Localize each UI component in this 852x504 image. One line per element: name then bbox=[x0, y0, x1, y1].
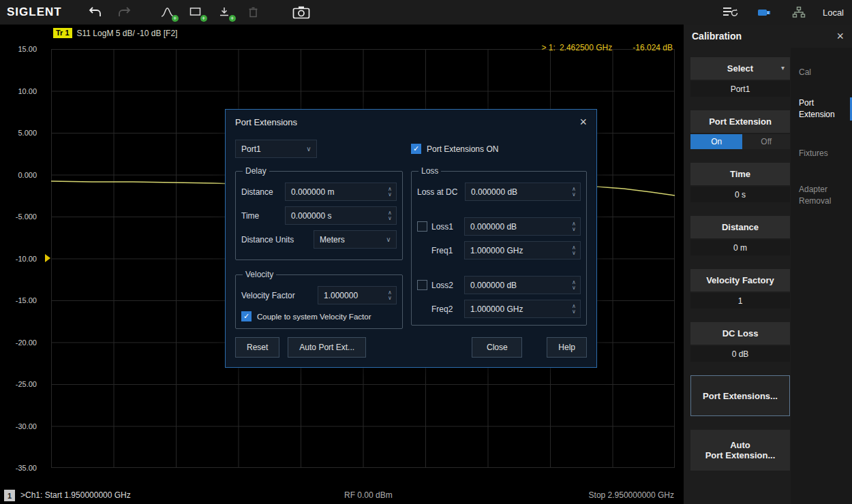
add-window-icon[interactable] bbox=[186, 3, 207, 21]
port-extension-toggle: On Off bbox=[690, 134, 790, 149]
spinner-down-icon[interactable] bbox=[388, 296, 392, 301]
select-label: Select bbox=[727, 63, 753, 74]
port-extensions-on-checkbox[interactable] bbox=[411, 144, 421, 154]
tab-adapter-removal[interactable]: Adapter Removal bbox=[791, 184, 852, 207]
spinner bbox=[568, 187, 580, 198]
loss2-checkbox[interactable] bbox=[417, 280, 427, 290]
panel-close-icon[interactable] bbox=[836, 30, 844, 42]
port-extension-label: Port Extension bbox=[690, 110, 790, 133]
time-value[interactable]: 0 s bbox=[690, 187, 790, 202]
spinner-down-icon[interactable] bbox=[572, 192, 576, 198]
y-tick: -25.00 bbox=[5, 379, 37, 390]
select-value[interactable]: Port1 bbox=[690, 81, 790, 97]
calibration-menu: Select Port1 Port Extension On Off Time … bbox=[690, 57, 790, 471]
spinner-down-icon[interactable] bbox=[572, 309, 576, 315]
freq1-label: Freq1 bbox=[431, 246, 460, 255]
distance-units-value: Meters bbox=[314, 235, 381, 245]
port-select-value: Port1 bbox=[236, 144, 301, 154]
toggle-off-button[interactable]: Off bbox=[742, 134, 790, 149]
auto-port-ext-button[interactable]: Auto Port Ext... bbox=[288, 337, 366, 358]
port-extensions-dialog: Port Extensions Port1 Delay Distance 0.0… bbox=[225, 109, 597, 368]
loss-at-dc-input[interactable]: 0.000000 dB bbox=[465, 183, 581, 201]
local-button[interactable]: Local bbox=[823, 7, 844, 18]
loss2-input[interactable]: 0.000000 dB bbox=[464, 276, 581, 294]
spinner-down-icon[interactable] bbox=[388, 216, 392, 221]
tab-cal[interactable]: Cal bbox=[791, 67, 852, 78]
redo-icon[interactable] bbox=[114, 3, 134, 21]
usb-icon[interactable] bbox=[755, 3, 775, 21]
distance-label: Distance bbox=[241, 187, 281, 197]
time-input[interactable]: 0.000000 s bbox=[285, 206, 397, 225]
port-extensions-dialog-button[interactable]: Port Extensions... bbox=[690, 375, 790, 416]
loss1-input[interactable]: 0.000000 dB bbox=[464, 217, 581, 236]
distance-value[interactable]: 0 m bbox=[690, 240, 790, 255]
spinner-down-icon[interactable] bbox=[572, 285, 576, 291]
dialog-close-icon[interactable] bbox=[579, 116, 587, 128]
trace-badge[interactable]: Tr 1 bbox=[53, 28, 72, 38]
y-tick: -10.00 bbox=[5, 253, 37, 264]
dc-loss-button[interactable]: DC Loss bbox=[690, 322, 790, 345]
select-button[interactable]: Select bbox=[690, 57, 790, 80]
couple-checkbox[interactable] bbox=[241, 311, 252, 321]
loss-groupbox: Loss Loss at DC 0.000000 dB Loss1 0 bbox=[411, 166, 587, 326]
chevron-down-icon bbox=[301, 145, 316, 153]
spinner-down-icon[interactable] bbox=[572, 251, 576, 256]
distance-input[interactable]: 0.000000 m bbox=[285, 183, 397, 201]
auto-port-extension-button[interactable]: Auto Port Extension... bbox=[690, 430, 790, 471]
tab-port-extension[interactable]: Port Extension bbox=[791, 97, 852, 121]
distance-units-label: Distance Units bbox=[241, 235, 294, 245]
tab-fixtures[interactable]: Fixtures bbox=[791, 148, 852, 159]
dc-loss-value[interactable]: 0 dB bbox=[690, 346, 790, 362]
camera-icon[interactable] bbox=[291, 3, 311, 21]
toggle-on-button[interactable]: On bbox=[690, 134, 742, 149]
calibration-panel: Calibration Select Port1 Port Extension … bbox=[684, 25, 852, 504]
save-trace-icon[interactable] bbox=[215, 3, 235, 21]
marker-value: -16.024 dB bbox=[633, 43, 673, 52]
marker-readout: > 1:2.462500 GHz-16.024 dB bbox=[542, 43, 673, 52]
freq1-input[interactable]: 1.000000 GHz bbox=[464, 241, 581, 259]
loss1-checkbox[interactable] bbox=[417, 221, 427, 232]
auto-button-line1: Auto bbox=[730, 440, 750, 450]
distance-units-dropdown[interactable]: Meters bbox=[314, 230, 397, 249]
velocity-groupbox: Velocity Velocity Factor 1.000000 Couple… bbox=[235, 270, 403, 329]
delay-groupbox: Delay Distance 0.000000 m Time 0.000000 … bbox=[235, 166, 403, 260]
dialog-right-column: Port Extensions ON Loss Loss at DC 0.000… bbox=[411, 136, 587, 329]
y-tick: -5.000 bbox=[5, 211, 37, 222]
trace-header[interactable]: Tr 1 S11 LogM 5 dB/ -10 dB [F2] bbox=[53, 28, 177, 38]
chevron-down-icon bbox=[381, 236, 396, 243]
loss1-label: Loss1 bbox=[431, 222, 460, 232]
stop-freq: Stop 2.950000000 GHz bbox=[589, 490, 674, 500]
loss1-input-value: 0.000000 dB bbox=[465, 222, 568, 232]
reset-button[interactable]: Reset bbox=[235, 337, 279, 358]
channel-page-badge[interactable]: 1 bbox=[4, 490, 15, 501]
port-extension-group: Port Extension On Off bbox=[690, 110, 790, 149]
display-layout-icon[interactable] bbox=[720, 3, 741, 21]
port-select-dropdown[interactable]: Port1 bbox=[235, 140, 317, 158]
y-tick: 10.00 bbox=[5, 86, 37, 97]
plus-badge-icon bbox=[229, 15, 236, 22]
help-button[interactable]: Help bbox=[547, 337, 587, 358]
close-button[interactable]: Close bbox=[472, 337, 522, 358]
freq2-input[interactable]: 1.000000 GHz bbox=[464, 300, 581, 318]
spinner bbox=[384, 187, 396, 198]
velocity-factor-button[interactable]: Velocity Factory bbox=[690, 269, 790, 292]
calibration-tabs: Cal Port Extension Fixtures Adapter Remo… bbox=[791, 48, 852, 504]
spinner-down-icon[interactable] bbox=[388, 192, 392, 198]
lan-icon[interactable] bbox=[789, 3, 809, 21]
y-tick: -30.00 bbox=[5, 421, 37, 432]
undo-icon[interactable] bbox=[85, 3, 106, 21]
loss2-input-value: 0.000000 dB bbox=[465, 281, 568, 290]
distance-button[interactable]: Distance bbox=[690, 216, 790, 238]
dc-loss-group: DC Loss 0 dB bbox=[690, 322, 790, 362]
loss-at-dc-label: Loss at DC bbox=[417, 187, 461, 197]
time-label: Time bbox=[241, 211, 281, 221]
rf-power: RF 0.00 dBm bbox=[344, 490, 393, 500]
time-button[interactable]: Time bbox=[690, 163, 790, 185]
spinner-down-icon[interactable] bbox=[572, 227, 576, 232]
velocity-factor-label: Velocity Factor bbox=[241, 291, 295, 300]
trash-icon[interactable] bbox=[243, 3, 264, 21]
reference-level-marker-icon[interactable] bbox=[45, 254, 50, 262]
add-marker-icon[interactable] bbox=[157, 3, 178, 21]
velocity-factor-input[interactable]: 1.000000 bbox=[318, 286, 397, 304]
velocity-factor-value[interactable]: 1 bbox=[690, 293, 790, 309]
